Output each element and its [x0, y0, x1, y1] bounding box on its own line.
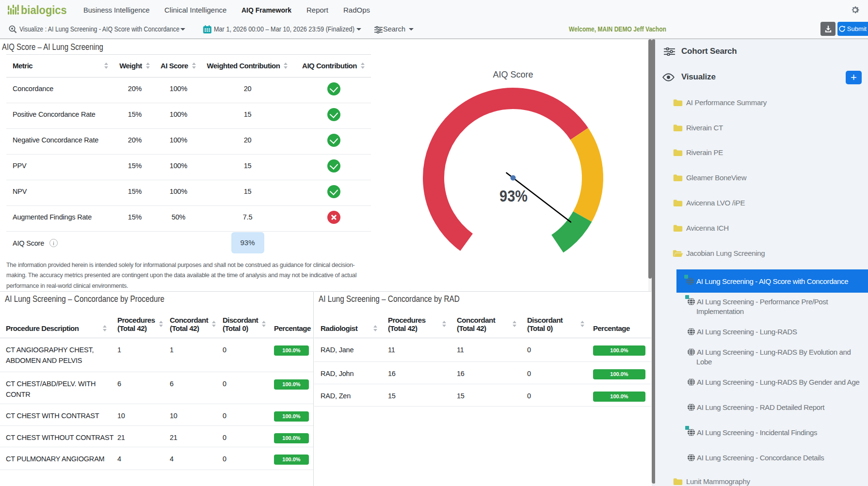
svg-text:AIQ Score: AIQ Score — [493, 70, 533, 79]
svg-text:93%: 93% — [499, 187, 528, 205]
